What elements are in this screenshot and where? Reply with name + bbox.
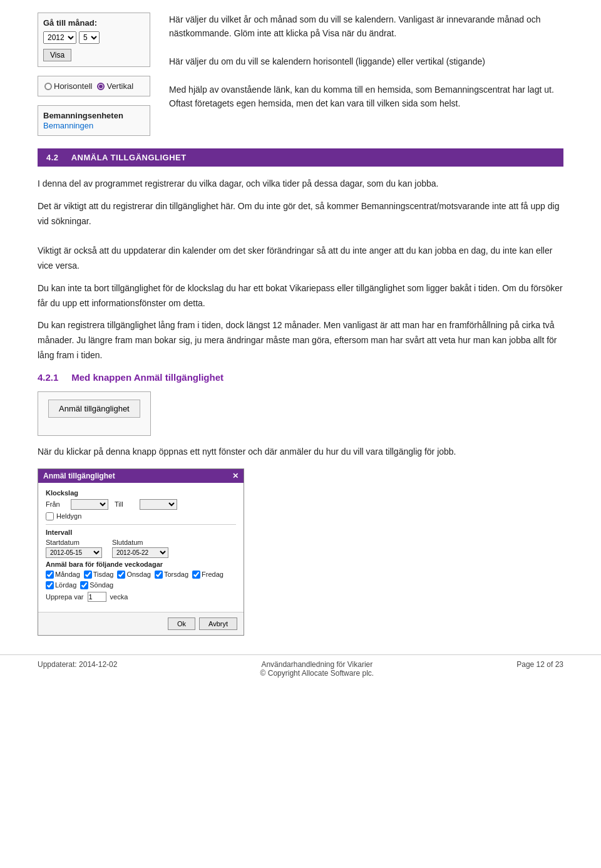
cb-onsdag[interactable]: [117, 571, 125, 579]
klockslag-label: Klockslag: [46, 489, 236, 497]
startdatum-label: Startdatum: [46, 539, 102, 546]
radio-vertikal-icon: [97, 83, 105, 90]
cb-tisdag[interactable]: [84, 571, 92, 579]
fran-select[interactable]: [71, 499, 108, 510]
dialog-screenshot: Anmäl tillgänglighet ✕ Klockslag Från Ti…: [38, 468, 244, 636]
slutdatum-col: Slutdatum 2012-05-22: [112, 539, 168, 558]
radio-vertikal-label: Vertikal: [106, 81, 133, 91]
cb-lördag[interactable]: [46, 581, 54, 589]
para4: Du kan inte ta bort tillgänglighet för d…: [38, 281, 563, 311]
para1: I denna del av programmet registrerar du…: [38, 177, 563, 192]
footer-doc-title: Användarhandledning för Vikarier: [260, 660, 374, 669]
para6: När du klickar på denna knapp öppnas ett…: [38, 445, 563, 460]
section-4-2-header: 4.2 Anmäla tillgänglighet: [38, 148, 563, 167]
right-text-2: Här väljer du om du vill se kalendern ho…: [169, 54, 563, 68]
link-widget: Bemanningsenheten Bemanningen: [38, 105, 150, 136]
right-text-3: Med hjälp av ovanstående länk, kan du ko…: [169, 83, 563, 111]
weekday-måndag: Måndag: [46, 571, 80, 579]
weekday-onsdag: Onsdag: [117, 571, 151, 579]
weekday-torsdag: Torsdag: [155, 571, 188, 579]
till-select[interactable]: [140, 499, 177, 510]
para3: Viktigt är också att du uppdaterar din k…: [38, 245, 552, 271]
calendar-widget: Gå till månad: 2012 5 Visa: [38, 13, 150, 67]
anmal-button-container: Anmäl tillgänglighet: [38, 391, 151, 436]
dialog-footer: Ok Avbryt: [38, 612, 244, 635]
weekdays-label: Anmäl bara för följande veckodagar: [46, 561, 236, 568]
cb-fredag[interactable]: [192, 571, 200, 579]
weekday-fredag: Fredag: [192, 571, 223, 579]
section-4-2-content: I denna del av programmet registrerar du…: [38, 177, 563, 363]
year-month-row: 2012 5: [43, 31, 145, 44]
anmal-button-demo[interactable]: Anmäl tillgänglighet: [48, 400, 140, 418]
footer-page: Page 12 of 23: [516, 660, 563, 669]
para5: Du kan registrera tillgänglighet lång fr…: [38, 318, 563, 363]
footer-copyright: © Copyright Allocate Software plc.: [260, 669, 374, 678]
footer-updated: Uppdaterat: 2014-12-02: [38, 660, 117, 669]
weekday-söndag: Söndag: [80, 581, 113, 589]
weekday-tisdag: Tisdag: [84, 571, 114, 579]
right-text-panel: Här väljer du vilket år och månad som du…: [169, 13, 563, 136]
upprepa-input[interactable]: [88, 592, 106, 602]
footer-right: Page 12 of 23: [516, 660, 563, 669]
year-select[interactable]: 2012: [43, 31, 76, 44]
top-section: Gå till månad: 2012 5 Visa Horisontell: [38, 13, 563, 136]
footer-left: Uppdaterat: 2014-12-02: [38, 660, 117, 669]
link-sub[interactable]: Bemanningen: [43, 121, 93, 130]
intervall-label: Intervall: [46, 529, 236, 536]
klockslag-row: Från Till: [46, 499, 236, 510]
till-label: Till: [115, 500, 133, 508]
heldygn-checkbox[interactable]: [46, 512, 54, 520]
close-icon[interactable]: ✕: [232, 472, 239, 480]
weekdays-row2: Lördag Söndag: [46, 581, 236, 589]
weekday-lördag: Lördag: [46, 581, 76, 589]
vecka-label: vecka: [110, 593, 128, 601]
left-panel: Gå till månad: 2012 5 Visa Horisontell: [38, 13, 150, 136]
right-text-1: Här väljer du vilket år och månad som du…: [169, 13, 563, 41]
startdatum-select[interactable]: 2012-05-15: [46, 547, 102, 558]
section-4-2-number: 4.2: [46, 153, 59, 162]
heldygn-label: Heldygn: [56, 512, 81, 520]
visa-button[interactable]: Visa: [43, 49, 71, 61]
radio-vertikal[interactable]: Vertikal: [97, 81, 133, 91]
calendar-label: Gå till månad:: [43, 18, 145, 28]
dialog-body: Klockslag Från Till Heldygn Intervall St…: [38, 483, 244, 612]
weekdays-row: Måndag Tisdag Onsdag Torsdag Fredag: [46, 571, 236, 579]
radio-horisontell-label: Horisontell: [54, 81, 92, 91]
datum-row: Startdatum 2012-05-15 Slutdatum 2012-05-…: [46, 539, 236, 558]
footer-center: Användarhandledning för Vikarier © Copyr…: [260, 660, 374, 678]
subsection-4-2-1-title: Med knappen Anmäl tillgänglighet: [71, 372, 223, 383]
link-title: Bemanningsenheten: [43, 111, 145, 120]
cb-söndag[interactable]: [80, 581, 88, 589]
startdatum-col: Startdatum 2012-05-15: [46, 539, 102, 558]
ok-button[interactable]: Ok: [168, 617, 195, 630]
fran-label: Från: [46, 500, 64, 508]
para2-3: Det är viktigt att du registrerar din ti…: [38, 199, 563, 274]
subsection-4-2-1-number: 4.2.1: [38, 372, 58, 383]
dialog-titlebar: Anmäl tillgänglighet ✕: [38, 469, 244, 483]
radio-horisontell[interactable]: Horisontell: [44, 81, 92, 91]
repeat-row: Upprepa var vecka: [46, 592, 236, 602]
avbryt-button[interactable]: Avbryt: [199, 617, 237, 630]
para6-container: När du klickar på denna knapp öppnas ett…: [38, 445, 563, 460]
subsection-4-2-1: 4.2.1 Med knappen Anmäl tillgänglighet: [38, 372, 563, 383]
radio-horisontell-icon: [44, 83, 52, 90]
para2: Det är viktigt att du registrerar din ti…: [38, 201, 559, 226]
dialog-title: Anmäl tillgänglighet: [43, 472, 115, 480]
month-select[interactable]: 5: [79, 31, 100, 44]
upprepa-label: Upprepa var: [46, 593, 84, 601]
slutdatum-select[interactable]: 2012-05-22: [112, 547, 168, 558]
section-4-2-title: Anmäla tillgänglighet: [71, 153, 187, 162]
slutdatum-label: Slutdatum: [112, 539, 168, 546]
cb-måndag[interactable]: [46, 571, 54, 579]
radio-widget: Horisontell Vertikal: [38, 76, 150, 96]
cb-torsdag[interactable]: [155, 571, 163, 579]
heldygn-row: Heldygn: [46, 512, 236, 520]
page-footer: Uppdaterat: 2014-12-02 Användarhandledni…: [0, 654, 601, 683]
